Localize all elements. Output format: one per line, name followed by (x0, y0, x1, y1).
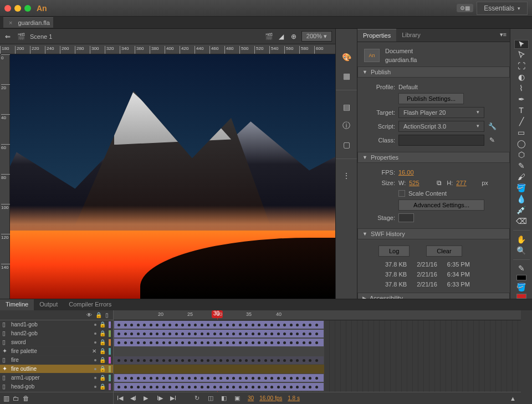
current-fps[interactable]: 16.00 fps (259, 395, 282, 401)
color-palette-icon[interactable]: 🎨 (341, 52, 351, 62)
swatches-icon[interactable]: ▦ (341, 71, 351, 81)
script-dropdown[interactable]: ActionScript 3.0▾ (398, 121, 484, 132)
last-frame-button[interactable]: ▶I (170, 395, 178, 402)
current-frame[interactable]: 30 (248, 395, 254, 401)
next-frame-button[interactable]: I▶ (157, 395, 165, 402)
layer-row[interactable]: ▯hand1-gob🔒 (0, 320, 113, 329)
pen-tool[interactable]: ✒ (514, 95, 529, 104)
lock-icon[interactable]: 🔒 (99, 348, 106, 354)
subselection-tool[interactable] (514, 51, 529, 59)
center-stage-icon[interactable]: ⊕ (289, 32, 298, 41)
eraser-tool[interactable]: ⌫ (514, 217, 529, 226)
play-button[interactable]: ▶ (144, 395, 151, 402)
free-transform-tool[interactable]: ⛶ (514, 62, 529, 70)
ink-bottle-tool[interactable]: 💧 (514, 195, 529, 203)
zoom-slider-icon[interactable]: ▲ (510, 395, 518, 402)
fps-value[interactable]: 16.00 (398, 169, 414, 176)
swf-history-section-header[interactable]: ▼SWF History (357, 228, 510, 239)
timeline-scrollbar[interactable] (521, 310, 532, 404)
layer-row[interactable]: ▯sword🔒 (0, 338, 113, 347)
scale-content-checkbox[interactable] (398, 190, 405, 197)
sync-settings-icon[interactable]: ⚙▦ (457, 4, 473, 12)
lock-icon[interactable]: 🔒 (99, 330, 106, 336)
accessibility-section-header[interactable]: ▶Accessibility (357, 293, 510, 299)
pencil-icon[interactable]: ✎ (488, 136, 497, 145)
frame-span[interactable] (114, 320, 324, 329)
target-dropdown[interactable]: Flash Player 20▾ (398, 107, 484, 118)
minimize-window-button[interactable] (14, 5, 21, 12)
scene-icon[interactable]: 🎬 (17, 32, 25, 41)
stroke-color-swatch[interactable] (516, 275, 526, 280)
oval-tool[interactable]: ◯ (514, 139, 529, 148)
outline-column-icon[interactable]: ▯ (105, 312, 109, 318)
publish-section-header[interactable]: ▼Publish (357, 67, 510, 78)
frame-ruler[interactable]: 30 2025303540 (114, 310, 521, 320)
lock-icon[interactable]: 🔒 (99, 383, 106, 390)
frame-grid[interactable] (114, 320, 521, 392)
zoom-tool[interactable]: 🔍 (514, 246, 529, 255)
close-window-button[interactable] (4, 5, 11, 12)
frame-span[interactable] (114, 329, 324, 338)
brush-tool[interactable]: 🖌 (514, 172, 529, 181)
eyedropper-tool[interactable]: 💉 (514, 206, 529, 214)
polystar-tool[interactable]: ⬡ (514, 150, 529, 159)
delete-layer-button[interactable]: 🗑 (23, 395, 29, 402)
components-icon[interactable]: ⋮ (341, 171, 351, 181)
stage-canvas[interactable] (10, 54, 335, 299)
publish-settings-button[interactable]: Publish Settings... (398, 93, 464, 104)
frame-span[interactable] (114, 338, 324, 347)
text-tool[interactable]: T (514, 106, 529, 115)
class-input[interactable] (398, 135, 484, 146)
lock-icon[interactable]: 🔒 (99, 375, 106, 381)
edit-multiple-button[interactable]: ▣ (234, 395, 242, 402)
layer-row[interactable]: ▯hand2-gob🔒 (0, 329, 113, 338)
hand-tool[interactable]: ✋ (514, 235, 529, 244)
wrench-icon[interactable]: 🔧 (488, 122, 497, 131)
transform-icon[interactable]: ▢ (341, 140, 351, 150)
vertical-ruler[interactable]: 020406080100120140 (0, 54, 10, 299)
workspace-switcher[interactable]: Essentials ▾ (477, 2, 528, 15)
playhead[interactable]: 30 (217, 310, 218, 320)
clear-button[interactable]: Clear (426, 246, 462, 257)
lock-icon[interactable]: 🔒 (99, 321, 106, 328)
rectangle-tool[interactable]: ▭ (514, 128, 529, 137)
layer-row[interactable]: ✦fire palette✕🔒 (0, 347, 113, 356)
horizontal-ruler[interactable]: 1802002202402602803003203403603804004204… (0, 44, 335, 54)
height-value[interactable]: 277 (456, 180, 478, 186)
frame-span[interactable] (114, 374, 324, 382)
lock-column-icon[interactable]: 🔒 (95, 312, 102, 318)
stage-color-swatch[interactable] (398, 213, 414, 222)
width-value[interactable]: 525 (409, 180, 431, 186)
tab-timeline[interactable]: Timeline (0, 299, 34, 310)
tab-output[interactable]: Output (34, 299, 63, 310)
lasso-tool[interactable]: ⌇ (514, 84, 529, 93)
info-icon[interactable]: ⓘ (341, 121, 351, 131)
3d-rotation-tool[interactable]: ◐ (514, 73, 529, 81)
selection-tool[interactable] (514, 40, 529, 49)
document-tab[interactable]: × guardian.fla (3, 17, 53, 28)
panel-menu-icon[interactable]: ▾≡ (497, 29, 510, 42)
edit-scene-icon[interactable]: 🎬 (265, 32, 274, 41)
line-tool[interactable]: ╱ (514, 117, 529, 126)
loop-button[interactable]: ↻ (195, 395, 202, 402)
zoom-dropdown[interactable]: 200% ▾ (301, 31, 332, 42)
tab-library[interactable]: Library (396, 29, 426, 42)
tab-compiler-errors[interactable]: Compiler Errors (63, 299, 117, 310)
scene-name[interactable]: Scene 1 (30, 33, 52, 40)
layer-row[interactable]: ▯head-gob🔒 (0, 382, 113, 391)
lock-icon[interactable]: 🔒 (99, 366, 106, 372)
lock-icon[interactable]: 🔒 (99, 357, 106, 363)
maximize-window-button[interactable] (24, 5, 31, 12)
link-dimensions-icon[interactable]: ⧉ (434, 178, 443, 187)
frame-span[interactable] (114, 356, 324, 365)
frame-span[interactable] (114, 382, 324, 391)
close-tab-icon[interactable]: × (9, 19, 12, 26)
lock-icon[interactable]: 🔒 (99, 339, 106, 345)
first-frame-button[interactable]: I◀ (117, 395, 125, 402)
stroke-color-icon[interactable]: ✎ (514, 264, 529, 273)
tab-properties[interactable]: Properties (357, 29, 396, 42)
paint-bucket-tool[interactable]: 🪣 (514, 183, 529, 192)
onion-outline-button[interactable]: ◧ (221, 395, 229, 402)
edit-symbol-icon[interactable]: ◢ (277, 32, 286, 41)
prev-frame-button[interactable]: ◀I (130, 395, 138, 402)
